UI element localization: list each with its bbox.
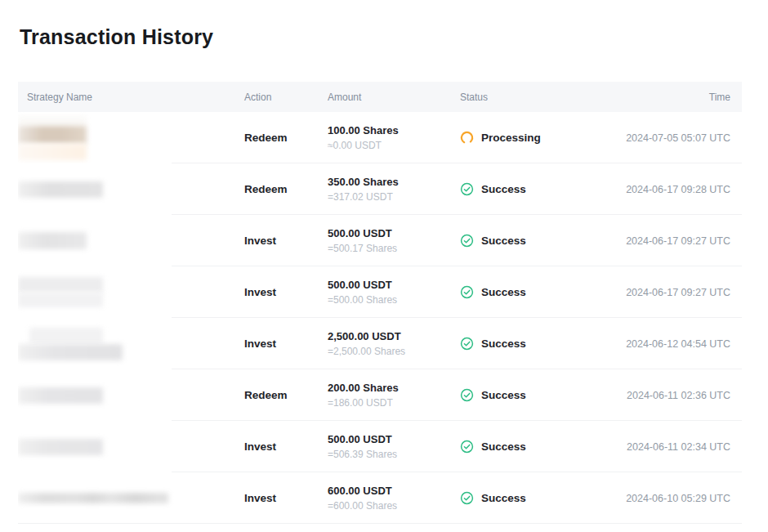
status-cell: Success <box>460 388 627 402</box>
table-row: Invest 2,500.00 USDT =2,500.00 Shares Su… <box>18 318 742 369</box>
redacted-blur-blob <box>18 126 87 144</box>
table-row: Invest 500.00 USDT =506.39 Shares Succes… <box>18 421 742 472</box>
transaction-history-table: Strategy Name Action Amount Status Time … <box>18 82 742 524</box>
action-cell: Invest <box>244 286 328 298</box>
amount-secondary: =500.00 Shares <box>328 294 460 306</box>
column-header-status: Status <box>460 92 709 103</box>
amount-cell: 500.00 USDT =506.39 Shares <box>328 433 460 460</box>
success-check-icon <box>460 182 474 196</box>
strategy-name-redacted <box>18 369 244 421</box>
redacted-blur-blob <box>18 387 103 404</box>
table-row: Invest 500.00 USDT =500.00 Shares Succes… <box>18 266 742 318</box>
amount-primary: 500.00 USDT <box>328 433 460 445</box>
action-cell: Invest <box>244 492 328 504</box>
action-cell: Invest <box>244 338 328 350</box>
table-row: Invest 500.00 USDT =500.17 Shares Succes… <box>18 215 742 266</box>
success-check-icon <box>460 440 474 454</box>
action-cell: Invest <box>244 440 328 453</box>
redacted-blur-blob <box>18 232 87 249</box>
amount-primary: 2,500.00 USDT <box>328 330 460 342</box>
amount-cell: 2,500.00 USDT =2,500.00 Shares <box>328 330 460 357</box>
redacted-blur-blob <box>18 181 103 198</box>
table-row: Redeem 100.00 Shares ≈0.00 USDT Processi… <box>18 112 742 163</box>
status-cell: Processing <box>460 131 626 145</box>
redacted-blur-blob <box>18 493 168 503</box>
status-label: Success <box>481 492 526 504</box>
status-cell: Success <box>460 491 626 505</box>
amount-primary: 500.00 USDT <box>328 227 460 239</box>
status-label: Success <box>481 440 526 453</box>
amount-primary: 100.00 Shares <box>328 124 460 136</box>
status-label: Success <box>481 183 526 195</box>
strategy-name-redacted <box>18 266 244 318</box>
amount-cell: 350.00 Shares =317.02 USDT <box>328 176 460 203</box>
status-label: Success <box>481 235 526 247</box>
success-check-icon <box>460 234 474 248</box>
amount-secondary: =186.00 USDT <box>328 397 460 409</box>
amount-secondary: =506.39 Shares <box>328 449 460 460</box>
redacted-blur-blob <box>18 277 103 293</box>
time-cell: 2024-06-17 09:27 UTC <box>626 235 730 247</box>
strategy-name-redacted <box>18 163 244 215</box>
time-cell: 2024-06-17 09:27 UTC <box>626 287 730 298</box>
time-cell: 2024-06-11 02:36 UTC <box>627 390 730 401</box>
amount-cell: 500.00 USDT =500.00 Shares <box>328 279 460 306</box>
action-cell: Redeem <box>244 183 328 195</box>
redacted-blur-blob <box>18 293 103 307</box>
status-cell: Success <box>460 182 626 196</box>
redacted-blur-blob <box>18 439 103 455</box>
amount-cell: 500.00 USDT =500.17 Shares <box>328 227 460 254</box>
amount-cell: 100.00 Shares ≈0.00 USDT <box>328 124 460 151</box>
amount-cell: 600.00 USDT =600.00 Shares <box>328 485 460 512</box>
amount-secondary: =317.02 USDT <box>328 191 460 203</box>
table-row: Invest 600.00 USDT =600.00 Shares Succes… <box>18 472 742 524</box>
status-label: Processing <box>481 132 541 144</box>
success-check-icon <box>460 337 474 351</box>
column-header-action: Action <box>244 92 328 103</box>
redacted-blur-blob <box>29 328 103 344</box>
time-cell: 2024-07-05 05:07 UTC <box>626 132 730 144</box>
status-cell: Success <box>460 337 626 351</box>
column-header-time: Time <box>709 92 730 103</box>
strategy-name-redacted <box>18 112 244 163</box>
time-cell: 2024-06-10 05:29 UTC <box>626 493 730 504</box>
success-check-icon <box>460 285 474 299</box>
status-label: Success <box>481 338 526 350</box>
status-cell: Success <box>460 234 626 248</box>
amount-secondary: =500.17 Shares <box>328 243 460 254</box>
amount-primary: 500.00 USDT <box>328 279 460 291</box>
column-header-amount: Amount <box>328 92 460 103</box>
time-cell: 2024-06-17 09:28 UTC <box>626 184 730 195</box>
amount-secondary: =2,500.00 Shares <box>328 346 460 357</box>
status-label: Success <box>481 389 526 401</box>
page-title: Transaction History <box>20 23 768 51</box>
time-cell: 2024-06-12 04:54 UTC <box>626 338 730 350</box>
success-check-icon <box>460 491 474 505</box>
amount-cell: 200.00 Shares =186.00 USDT <box>328 382 460 409</box>
action-cell: Invest <box>244 235 328 247</box>
table-row: Redeem 200.00 Shares =186.00 USDT Succes… <box>18 369 742 421</box>
redacted-blur-blob <box>18 116 87 126</box>
status-label: Success <box>481 286 526 298</box>
column-header-strategy-name: Strategy Name <box>18 92 244 103</box>
amount-primary: 350.00 Shares <box>328 176 460 188</box>
processing-spinner-icon <box>460 131 474 145</box>
strategy-name-redacted <box>18 472 244 524</box>
status-cell: Success <box>460 285 626 299</box>
amount-secondary: ≈0.00 USDT <box>328 140 460 151</box>
action-cell: Redeem <box>244 389 328 401</box>
amount-primary: 600.00 USDT <box>328 485 460 497</box>
time-cell: 2024-06-11 02:34 UTC <box>627 441 730 453</box>
table-header-row: Strategy Name Action Amount Status Time <box>18 82 742 112</box>
success-check-icon <box>460 388 474 402</box>
amount-secondary: =600.00 Shares <box>328 500 460 512</box>
redacted-blur-blob <box>18 144 87 160</box>
action-cell: Redeem <box>244 132 328 144</box>
status-cell: Success <box>460 440 627 454</box>
redacted-blur-blob <box>18 344 123 360</box>
strategy-name-redacted <box>18 421 244 472</box>
strategy-name-redacted <box>18 318 244 369</box>
amount-primary: 200.00 Shares <box>328 382 460 394</box>
table-row: Redeem 350.00 Shares =317.02 USDT Succes… <box>18 163 742 215</box>
strategy-name-redacted <box>18 215 244 266</box>
